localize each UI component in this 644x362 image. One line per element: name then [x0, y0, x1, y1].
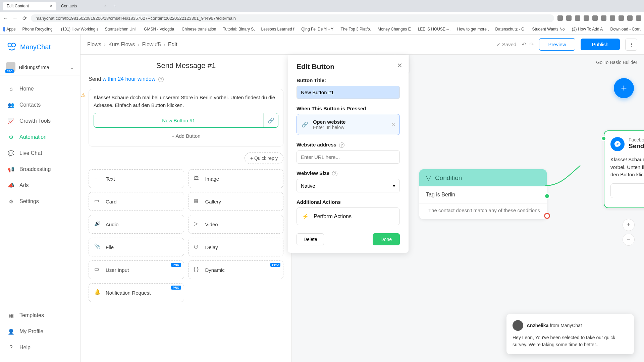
palette-video[interactable]: ▷Video [188, 215, 284, 234]
ext-icon[interactable] [566, 15, 572, 21]
more-button[interactable]: ⋮ [625, 39, 637, 51]
ext-icon[interactable] [619, 15, 624, 21]
bookmark-item[interactable]: How to get more … [456, 27, 489, 32]
bookmark-item[interactable]: Datenschutz - G… [494, 27, 526, 32]
preview-button[interactable]: Preview [539, 38, 575, 51]
palette-dynamic[interactable]: { }DynamicPRO [188, 260, 284, 279]
crumb[interactable]: Flow #5 [142, 42, 161, 48]
forward-icon[interactable]: → [12, 15, 18, 21]
sidebar-item-ads[interactable]: 📣Ads [0, 177, 80, 193]
reload-icon[interactable]: ⟳ [21, 15, 28, 21]
bookmark-item[interactable]: Apps [3, 27, 16, 32]
message-block[interactable]: ⚠ Klasse! Schaue doch mal bei unserem St… [89, 89, 283, 146]
node-button[interactable]: New Button #1 ✨ [610, 183, 644, 198]
account-selector[interactable]: PRO Bildungsfirma ⌄ [0, 59, 80, 75]
sidebar-item-contacts[interactable]: 👥Contacts [0, 97, 80, 113]
publish-button[interactable]: Publish [581, 39, 620, 50]
bookmark-item[interactable]: (2) How To Add A… [571, 27, 604, 32]
ext-icon[interactable] [557, 15, 563, 21]
bookmark-item[interactable]: Lessons Learned f… [260, 27, 295, 32]
url-input[interactable]: manychat.com/fb19815020819206/18/cms/fil… [31, 14, 554, 22]
sidebar-item-home[interactable]: ⌂Home [0, 81, 80, 97]
sidebar-item-automation[interactable]: ⚙Automation [0, 129, 80, 145]
bookmark-item[interactable]: Download - Corr… [609, 27, 641, 32]
bookmark-item[interactable]: Phone Recycling … [21, 27, 54, 32]
bookmark-item[interactable]: Chinese translation… [180, 27, 216, 32]
button-title-input[interactable] [297, 86, 400, 99]
quick-reply-button[interactable]: + Quick reply [245, 153, 283, 164]
sidebar-item-broadcasting[interactable]: 📢Broadcasting [0, 161, 80, 177]
sidebar-item-my-profile[interactable]: 👤My Profile [0, 323, 80, 340]
ext-icon[interactable] [636, 15, 641, 21]
crumb[interactable]: Kurs Flows [108, 42, 135, 48]
sidebar-item-settings[interactable]: ⚙Settings [0, 193, 80, 209]
bookmark-item[interactable]: LEE 'S HOUSE – … [417, 27, 450, 32]
facebook-message-node[interactable]: ♡ Facebook Send Message #1 Klasse! Schau… [604, 130, 644, 208]
url-input[interactable] [297, 150, 400, 164]
bookmark-item[interactable]: Qing Fei De Yi - Y… [300, 27, 334, 32]
sidebar-item-live-chat[interactable]: 💬Live Chat [0, 145, 80, 161]
ext-icon[interactable] [592, 15, 598, 21]
palette-image[interactable]: 🖼Image [188, 169, 284, 188]
ext-icon[interactable] [575, 15, 580, 21]
ext-icon[interactable] [627, 15, 633, 21]
bookmark-item[interactable]: (101) How Working a… [60, 27, 98, 32]
basic-builder-link[interactable]: Go To Basic Builder [596, 60, 637, 65]
ext-icon[interactable] [610, 15, 615, 21]
bookmark-item[interactable]: Tutorial: Binary S… [222, 27, 255, 32]
bookmark-item[interactable]: The Top 3 Platfo… [339, 27, 371, 32]
close-icon[interactable]: × [104, 4, 107, 8]
palette-notification-request[interactable]: 🔔Notification RequestPRO [89, 283, 184, 302]
chat-widget[interactable]: Anzhelika from ManyChat Hey Leon, You've… [506, 314, 634, 354]
palette-text[interactable]: ≡Text [89, 169, 184, 188]
message-button[interactable]: New Button #1 🔗 [94, 113, 278, 128]
new-tab-button[interactable]: + [111, 1, 118, 11]
palette-gallery[interactable]: ▦Gallery [188, 192, 284, 211]
add-step-fab[interactable]: + [614, 78, 634, 98]
close-icon[interactable]: × [50, 4, 52, 8]
bookmark-item[interactable]: Student Wants No… [531, 27, 565, 32]
palette-file[interactable]: 📎File [89, 238, 184, 256]
sidebar-item-templates[interactable]: ▦Templates [0, 307, 80, 323]
perform-actions-card[interactable]: ⚡ Perform Actions [297, 207, 400, 225]
growth-tools-icon: 📈 [7, 117, 15, 125]
logo[interactable]: ManyChat [0, 39, 80, 59]
sidebar-item-growth-tools[interactable]: 📈Growth Tools [0, 113, 80, 129]
crumb[interactable]: Flows [87, 42, 101, 48]
bookmark-bar: AppsPhone Recycling …(101) How Working a… [0, 24, 644, 34]
done-button[interactable]: Done [373, 233, 400, 245]
zoom-out-button[interactable]: − [623, 234, 635, 246]
help-icon[interactable]: ? [158, 77, 164, 82]
bookmark-item[interactable]: GMSN - Vologda… [143, 27, 175, 32]
open-website-card[interactable]: 🔗 Open website Enter url below ✕ [297, 114, 400, 135]
help-icon[interactable]: ? [339, 142, 344, 148]
bookmark-item[interactable]: Money Changes E… [376, 27, 411, 32]
message-text[interactable]: Klasse! Schaue doch mal bei unserem Stor… [94, 94, 278, 109]
close-icon[interactable]: ✕ [397, 61, 402, 69]
remove-icon[interactable]: ✕ [391, 121, 395, 128]
add-button[interactable]: + Add Button [94, 130, 278, 141]
editor-title[interactable]: Send Message #1 [89, 61, 283, 70]
palette-delay[interactable]: ◷Delay [188, 238, 284, 256]
out-port-nomatch[interactable] [544, 213, 550, 219]
palette-user-input[interactable]: ▭User InputPRO [89, 260, 184, 279]
back-icon[interactable]: ← [3, 15, 9, 21]
palette-audio[interactable]: 🔊Audio [89, 215, 184, 234]
bookmark-item[interactable]: Sternzeichen Uni … [104, 27, 137, 32]
ext-icon[interactable] [584, 15, 589, 21]
ext-icon[interactable] [601, 15, 606, 21]
webview-select[interactable]: Native▾ [297, 179, 400, 192]
palette-card[interactable]: ▭Card [89, 192, 184, 211]
out-port-match[interactable] [544, 193, 550, 199]
undo-icon[interactable]: ↶ [522, 41, 526, 48]
browser-tab[interactable]: Contacts × [57, 2, 111, 10]
zoom-in-button[interactable]: + [623, 219, 635, 231]
browser-tab[interactable]: Edit Content × [3, 2, 56, 10]
send-window-link[interactable]: within 24 hour window [103, 76, 155, 82]
condition-node[interactable]: ▽ Condition Tag is Berlin The contact do… [419, 169, 547, 219]
in-port[interactable] [601, 136, 606, 141]
help-icon[interactable]: ? [332, 171, 337, 176]
sidebar-item-help[interactable]: ?Help [0, 340, 80, 356]
delete-button[interactable]: Delete [297, 233, 324, 245]
redo-icon[interactable]: ↷ [529, 41, 534, 48]
